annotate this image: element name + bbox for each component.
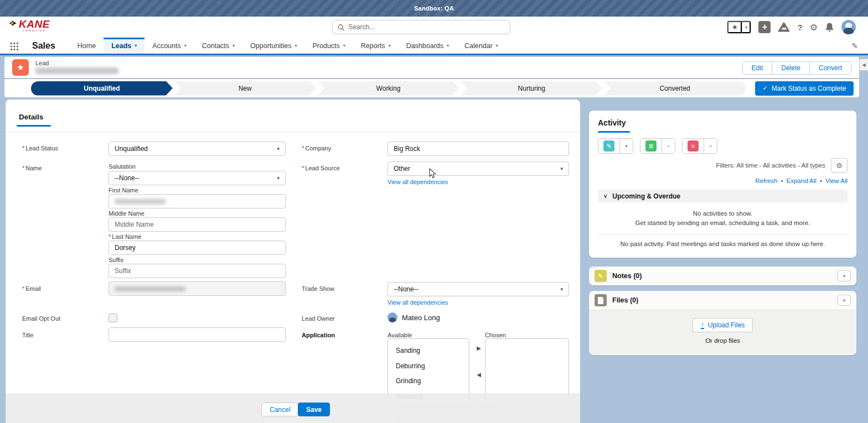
global-search[interactable] — [332, 20, 510, 34]
global-header: KANE robotics ★ ▾ + ? ⚙ — [0, 17, 868, 38]
upload-files-button[interactable]: ↑ Upload Files — [693, 318, 753, 332]
company-label: *Company — [302, 145, 331, 152]
convert-button[interactable]: Convert — [809, 62, 851, 74]
trade-show-dependencies-link[interactable]: View all dependencies — [388, 299, 448, 306]
tab-opportunities[interactable]: Opportunities ▾ — [242, 38, 304, 54]
divider — [598, 234, 848, 235]
lead-status-combobox[interactable]: Unqualified ▾ — [108, 142, 286, 156]
log-a-call-menu-icon[interactable]: ▾ — [619, 139, 633, 153]
activity-empty-state: No activities to show. Get started by se… — [598, 209, 848, 228]
favorites-menu-icon[interactable]: ▾ — [742, 21, 751, 33]
tab-details[interactable]: Details — [19, 113, 43, 121]
owner-avatar — [388, 312, 397, 322]
user-avatar[interactable] — [841, 20, 856, 34]
tab-home[interactable]: Home — [70, 38, 104, 54]
trailhead-icon[interactable] — [778, 22, 790, 32]
help-icon[interactable]: ? — [797, 23, 802, 32]
company-input[interactable] — [388, 142, 569, 156]
tab-calendar[interactable]: Calendar ▾ — [457, 38, 506, 54]
chevron-down-icon[interactable]: ▾ — [135, 43, 137, 48]
chevron-down-icon[interactable]: ▾ — [389, 43, 391, 48]
view-all-link[interactable]: View All — [825, 177, 848, 184]
edit-button[interactable]: Edit — [743, 62, 772, 74]
list-item[interactable]: Grinding — [388, 374, 469, 389]
notes-menu-icon[interactable]: ▾ — [838, 270, 851, 281]
files-menu-icon[interactable]: ▾ — [838, 295, 851, 306]
tab-activity[interactable]: Activity — [598, 118, 848, 127]
notes-title[interactable]: Notes (0) — [612, 272, 832, 280]
chevron-down-icon[interactable]: ▾ — [343, 43, 345, 48]
tab-leads[interactable]: Leads ▾ — [104, 38, 144, 54]
new-event-menu-icon[interactable]: ▾ — [704, 139, 717, 153]
refresh-link[interactable]: Refresh — [755, 177, 777, 184]
log-a-call-control: ✎ ▾ — [598, 138, 633, 154]
chevron-down-icon[interactable]: ▾ — [447, 43, 449, 48]
lead-source-label: *Lead Source — [302, 165, 340, 171]
edit-navigation-pencil-icon[interactable]: ✎ — [851, 41, 858, 50]
path-stage-converted[interactable]: Converted — [604, 81, 746, 96]
expand-all-link[interactable]: Expand All — [787, 177, 817, 184]
collapse-panel-button[interactable]: ◀ — [859, 59, 868, 71]
tab-accounts[interactable]: Accounts ▾ — [144, 38, 194, 54]
favorite-star-icon[interactable]: ★ — [727, 21, 742, 33]
tab-products[interactable]: Products ▾ — [304, 38, 353, 54]
files-dropzone[interactable]: ↑ Upload Files Or drop files — [589, 310, 856, 354]
log-a-call-button[interactable]: ✎ — [598, 139, 619, 153]
list-item[interactable]: Deburring — [388, 359, 469, 374]
delete-button[interactable]: Delete — [772, 62, 809, 74]
middle-name-input[interactable] — [108, 217, 286, 232]
lead-source-combobox[interactable]: Other ▾ — [388, 161, 569, 176]
new-event-button[interactable]: ≡ — [683, 139, 704, 153]
search-input[interactable] — [348, 23, 505, 31]
trade-show-combobox[interactable]: --None-- ▾ — [388, 282, 569, 296]
first-name-input[interactable] — [108, 194, 286, 208]
new-event-control: ≡ ▾ — [682, 138, 717, 154]
upcoming-overdue-section[interactable]: ∨ Upcoming & Overdue — [598, 190, 848, 202]
object-label: Lead — [35, 60, 49, 66]
chevron-down-icon[interactable]: ▾ — [184, 43, 187, 48]
save-button[interactable]: Save — [298, 403, 330, 416]
brand-logo[interactable]: KANE robotics — [9, 19, 70, 32]
path-stage-working[interactable]: Working — [318, 81, 459, 96]
email-opt-out-checkbox[interactable] — [108, 314, 117, 322]
salutation-combobox[interactable]: --None-- ▾ — [108, 171, 286, 185]
chevron-down-icon[interactable]: ▾ — [496, 43, 498, 48]
suffix-input[interactable] — [108, 264, 286, 278]
global-actions-icon[interactable]: + — [758, 21, 771, 33]
check-icon: ✓ — [763, 85, 768, 92]
file-icon — [595, 294, 607, 306]
tab-contacts[interactable]: Contacts ▾ — [194, 38, 242, 54]
list-item[interactable]: Sanding — [388, 343, 469, 359]
lead-source-dependencies-link[interactable]: View all dependencies — [388, 179, 448, 185]
new-task-menu-icon[interactable]: ▾ — [662, 139, 675, 153]
brand-name: KANE — [19, 19, 50, 29]
app-name[interactable]: Sales — [25, 38, 70, 54]
app-launcher-icon[interactable] — [10, 42, 19, 51]
email-opt-out-label: Email Opt Out — [22, 315, 60, 322]
cancel-button[interactable]: Cancel — [261, 403, 298, 416]
sandbox-label: Sandbox: QA — [414, 5, 454, 12]
filters-gear-icon[interactable]: ⚙ — [831, 158, 848, 173]
title-input[interactable] — [108, 327, 286, 342]
lead-object-icon: ★ — [12, 59, 29, 76]
dot-separator: • — [781, 177, 783, 184]
activity-links: Refresh • Expand All • View All — [598, 177, 848, 184]
chevron-down-icon[interactable]: ▾ — [232, 43, 235, 48]
chevron-down-icon[interactable]: ▾ — [294, 43, 297, 48]
last-name-input[interactable] — [108, 241, 286, 255]
path-stage-nurturing[interactable]: Nurturing — [461, 81, 602, 96]
setup-gear-icon[interactable]: ⚙ — [810, 22, 818, 33]
files-title[interactable]: Files (0) — [612, 296, 832, 304]
tab-reports[interactable]: Reports ▾ — [353, 38, 399, 54]
record-name-redacted — [35, 67, 118, 74]
tab-dashboards[interactable]: Dashboards ▾ — [399, 38, 457, 54]
move-left-icon[interactable]: ◀ — [474, 369, 484, 379]
mark-status-complete-button[interactable]: ✓ Mark Status as Complete — [755, 81, 854, 96]
email-input[interactable] — [108, 281, 286, 296]
notifications-bell-icon[interactable] — [825, 22, 834, 32]
path-stage-new[interactable]: New — [174, 81, 316, 96]
move-right-icon[interactable]: ▶ — [474, 343, 484, 353]
path-stage-unqualified[interactable]: Unqualified — [31, 81, 173, 96]
filters-summary[interactable]: Filters: All time - All activities - All… — [716, 162, 825, 169]
new-task-button[interactable]: ≣ — [640, 139, 662, 153]
